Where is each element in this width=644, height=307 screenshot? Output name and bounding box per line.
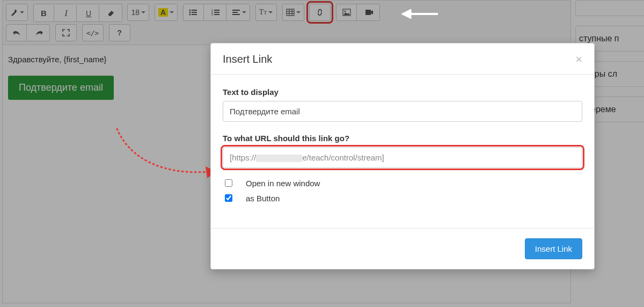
image-icon	[342, 9, 351, 16]
svg-rect-1	[192, 10, 197, 11]
expand-icon	[62, 29, 70, 36]
url-redacted	[256, 155, 302, 162]
svg-point-2	[189, 12, 191, 13]
image-button[interactable]	[336, 4, 357, 20]
table-icon	[286, 9, 295, 16]
side-box-1[interactable]	[575, 0, 644, 16]
font-size-label: 18	[131, 8, 140, 17]
url-label: To what URL should this link go?	[223, 134, 582, 143]
pointer-arrow-annotation	[401, 6, 439, 21]
modal-title: Insert Link	[223, 53, 272, 65]
svg-rect-7	[214, 10, 219, 11]
help-button[interactable]: ?	[109, 25, 130, 41]
red-dotted-arrow-annotation	[112, 123, 219, 182]
highlight-icon: A	[158, 8, 168, 17]
modal-header: Insert Link ×	[211, 43, 594, 75]
svg-marker-24	[401, 9, 411, 19]
align-button[interactable]	[229, 4, 250, 20]
magic-button[interactable]	[6, 4, 27, 20]
open-new-window-checkbox[interactable]	[225, 179, 232, 187]
ul-icon	[189, 9, 197, 16]
svg-point-21	[344, 11, 346, 12]
svg-rect-13	[232, 12, 238, 13]
undo-button[interactable]	[6, 25, 27, 41]
link-icon	[315, 9, 325, 16]
video-icon	[365, 9, 374, 16]
video-button[interactable]	[359, 4, 379, 20]
insert-link-button[interactable]	[310, 4, 330, 20]
svg-rect-12	[232, 10, 240, 11]
align-icon	[232, 9, 240, 16]
svg-rect-15	[287, 9, 294, 16]
insert-link-submit-button[interactable]: Insert Link	[525, 238, 582, 259]
text-to-display-input[interactable]	[223, 101, 582, 122]
modal-close-button[interactable]: ×	[575, 54, 582, 65]
eraser-icon	[107, 9, 116, 16]
table-button[interactable]	[283, 4, 304, 20]
bold-button[interactable]: B	[34, 5, 54, 21]
open-new-window-label: Open in new window	[246, 179, 320, 188]
svg-point-4	[189, 14, 191, 16]
underline-button[interactable]: U	[79, 5, 99, 21]
close-icon: ×	[575, 53, 582, 66]
ordered-list-button[interactable]: 123	[206, 4, 226, 20]
confirm-email-button[interactable]: Подтвердите email	[8, 76, 114, 100]
svg-rect-5	[192, 14, 197, 15]
font-size-button[interactable]: 18	[128, 4, 149, 20]
redo-icon	[35, 29, 43, 36]
uppercase-button[interactable]: TT	[256, 4, 276, 20]
url-input[interactable]: [https://e/teach/control/stream]	[223, 147, 582, 168]
undo-icon	[12, 29, 21, 36]
as-button-label: as Button	[246, 194, 280, 203]
help-icon: ?	[117, 28, 122, 37]
code-icon: </>	[86, 29, 99, 37]
eraser-button[interactable]	[101, 4, 122, 20]
as-button-checkbox[interactable]	[225, 194, 232, 202]
svg-rect-9	[214, 12, 219, 13]
svg-rect-14	[232, 14, 240, 15]
svg-rect-11	[214, 14, 219, 15]
svg-point-0	[189, 10, 191, 11]
svg-text:3: 3	[211, 13, 213, 16]
magic-wand-icon	[10, 8, 18, 17]
fullscreen-button[interactable]	[56, 25, 76, 41]
modal-body: Text to display To what URL should this …	[211, 75, 594, 213]
editor-toolbar: B I U 18 A	[3, 1, 570, 45]
open-new-window-option[interactable]: Open in new window	[223, 178, 582, 188]
svg-rect-22	[365, 10, 371, 15]
svg-rect-3	[192, 12, 197, 13]
modal-footer: Insert Link	[211, 228, 594, 269]
redo-button[interactable]	[29, 25, 49, 41]
as-button-option[interactable]: as Button	[223, 193, 582, 203]
insert-link-modal: Insert Link × Text to display To what UR…	[210, 43, 595, 269]
unordered-list-button[interactable]	[184, 4, 204, 20]
text-to-display-label: Text to display	[223, 87, 582, 97]
uppercase-icon: TT	[259, 8, 267, 17]
code-view-button[interactable]: </>	[83, 25, 103, 41]
text-highlight-button[interactable]: A	[155, 4, 177, 20]
ol-icon: 123	[211, 9, 220, 16]
italic-button[interactable]: I	[56, 5, 77, 21]
